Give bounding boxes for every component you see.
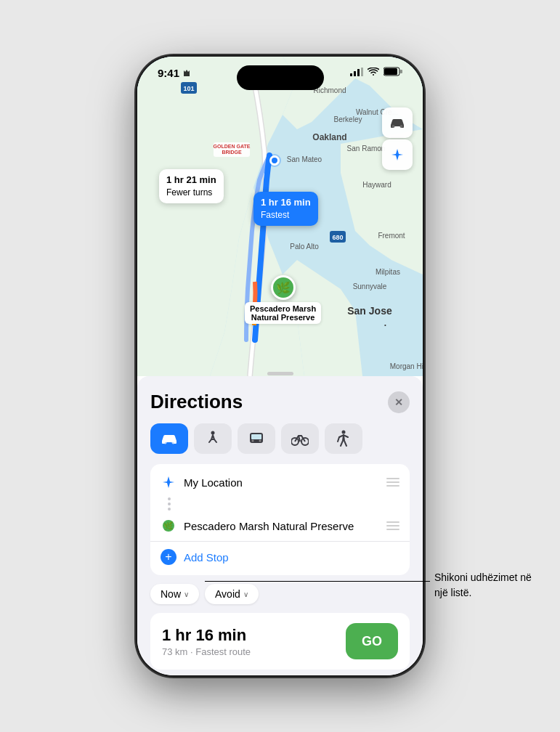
- from-drag-handle[interactable]: [386, 478, 399, 487]
- filter-row: Now ∨ Avoid ∨: [150, 584, 410, 604]
- svg-rect-2: [357, 69, 360, 76]
- svg-point-37: [172, 442, 175, 444]
- from-icon: [161, 474, 176, 490]
- add-stop-row[interactable]: + Add Stop: [150, 541, 410, 572]
- svg-text:San Jose: San Jose: [347, 305, 392, 317]
- now-chip[interactable]: Now ∨: [150, 584, 199, 604]
- svg-text:Morgan Hi...: Morgan Hi...: [390, 362, 423, 370]
- origin-dot: [269, 155, 280, 166]
- location-inputs: My Location 🌿: [150, 464, 410, 575]
- to-label: Pescadero Marsh Natural Preserve: [184, 520, 379, 532]
- svg-point-36: [164, 442, 167, 444]
- svg-point-45: [342, 431, 346, 434]
- dest-label: Pescadero Marsh Natural Preserve: [245, 302, 321, 324]
- tab-bike[interactable]: [281, 423, 319, 454]
- go-button-1[interactable]: GO: [346, 623, 398, 659]
- to-row[interactable]: 🌿 Pescadero Marsh Natural Preserve: [150, 511, 410, 541]
- from-label: My Location: [184, 476, 379, 489]
- route1-duration: 1 hr 16 min: [162, 626, 251, 645]
- tab-drive[interactable]: [150, 423, 188, 454]
- svg-text:Oakland: Oakland: [312, 132, 346, 142]
- dest-icon: 🌿: [271, 275, 296, 300]
- map-area[interactable]: 101 680 Richmond Berkeley Walnut Cre... …: [137, 57, 423, 376]
- transport-tabs: [150, 423, 410, 454]
- svg-text:•: •: [384, 322, 386, 328]
- route1-details: 73 km · Fastest route: [162, 646, 251, 657]
- route1-time: 1 hr 21 min: [166, 174, 216, 187]
- destination-marker: 🌿 Pescadero Marsh Natural Preserve: [245, 275, 321, 324]
- status-time: 9:41: [158, 67, 191, 79]
- annotation-text: Shikoni udhëzimet në një listë.: [434, 570, 547, 601]
- svg-rect-5: [384, 68, 397, 75]
- to-icon: 🌿: [161, 518, 176, 534]
- svg-text:Sunnyvale: Sunnyvale: [353, 282, 387, 290]
- svg-text:Milpitas: Milpitas: [376, 268, 400, 276]
- svg-rect-40: [251, 434, 261, 439]
- drive-mode-button[interactable]: [382, 107, 413, 138]
- route-label-1[interactable]: 1 hr 21 min Fewer turns: [159, 169, 224, 203]
- svg-text:San Mateo: San Mateo: [287, 155, 322, 163]
- sheet-header: Directions ✕: [150, 391, 410, 413]
- dynamic-island: [237, 65, 324, 90]
- svg-rect-0: [350, 73, 352, 76]
- svg-rect-6: [400, 70, 402, 73]
- svg-text:680: 680: [332, 234, 343, 241]
- svg-point-34: [392, 125, 395, 128]
- svg-text:Palo Alto: Palo Alto: [290, 243, 319, 251]
- svg-point-41: [252, 440, 254, 442]
- svg-text:Hayward: Hayward: [362, 181, 391, 189]
- tab-transit[interactable]: [238, 423, 275, 454]
- svg-point-35: [400, 125, 403, 128]
- route2-sub: Fastest: [261, 209, 311, 221]
- now-chevron: ∨: [184, 590, 189, 598]
- svg-text:San Ramon: San Ramon: [347, 145, 386, 152]
- route-label-2[interactable]: 1 hr 16 min Fastest: [253, 192, 318, 226]
- svg-point-42: [259, 440, 261, 442]
- svg-text:BRIDGE: BRIDGE: [222, 150, 242, 155]
- from-row[interactable]: My Location: [150, 467, 410, 497]
- svg-rect-1: [354, 71, 356, 76]
- drag-handle[interactable]: [267, 372, 293, 375]
- to-drag-handle[interactable]: [386, 521, 399, 530]
- avoid-chevron: ∨: [243, 590, 248, 598]
- route2-time: 1 hr 16 min: [261, 196, 311, 209]
- directions-title: Directions: [150, 391, 243, 413]
- svg-text:Fremont: Fremont: [378, 232, 405, 240]
- phone-frame: 9:41: [137, 57, 423, 675]
- add-stop-icon: +: [161, 549, 176, 565]
- svg-text:GOLDEN GATE: GOLDEN GATE: [214, 144, 251, 149]
- bottom-sheet: Directions ✕: [137, 376, 423, 675]
- tab-walk[interactable]: [194, 423, 232, 454]
- tab-hike[interactable]: [325, 423, 362, 454]
- map-controls: [382, 107, 413, 170]
- route1-sub: Fewer turns: [166, 187, 216, 199]
- route1-info: 1 hr 16 min 73 km · Fastest route: [162, 626, 251, 657]
- svg-text:🌿: 🌿: [163, 521, 174, 531]
- close-button[interactable]: ✕: [388, 391, 410, 413]
- svg-point-38: [211, 431, 215, 435]
- status-icons: [350, 67, 402, 76]
- svg-text:Berkeley: Berkeley: [334, 115, 362, 123]
- avoid-chip[interactable]: Avoid ∨: [205, 584, 259, 604]
- svg-rect-3: [361, 68, 363, 76]
- route-card-1[interactable]: 1 hr 16 min 73 km · Fastest route GO: [150, 613, 410, 670]
- location-button[interactable]: [382, 139, 413, 170]
- add-stop-label: Add Stop: [184, 551, 229, 564]
